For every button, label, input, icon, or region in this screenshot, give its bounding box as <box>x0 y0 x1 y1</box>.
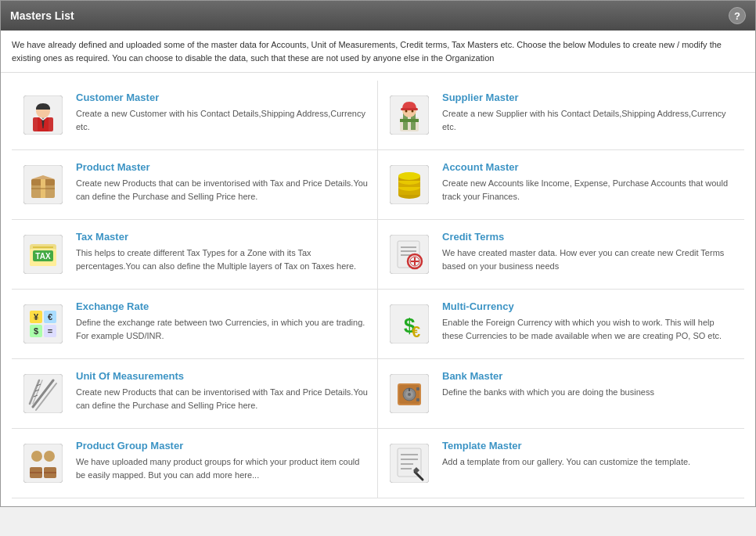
master-item-credit-terms[interactable]: Credit Terms We have created master data… <box>378 220 744 290</box>
unit-measurements-content: Unit Of Measurements Create new Products… <box>76 370 369 412</box>
supplier-master-icon <box>386 92 433 138</box>
account-master-content: Account Master Create new Accounts like … <box>442 161 736 203</box>
svg-text:$: $ <box>34 326 38 336</box>
account-master-icon <box>386 161 433 208</box>
customer-master-icon <box>20 92 67 138</box>
template-master-content: Template Master Add a template from our … <box>442 440 736 469</box>
master-item-supplier-master[interactable]: Supplier Master Create a new Supplier wi… <box>378 81 744 150</box>
svg-point-73 <box>31 451 42 462</box>
master-item-account-master[interactable]: Account Master Create new Accounts like … <box>378 150 744 220</box>
master-item-template-master[interactable]: Template Master Add a template from our … <box>378 429 744 498</box>
customer-master-content: Customer Master Create a new Customer wi… <box>76 92 369 133</box>
svg-rect-10 <box>400 119 419 122</box>
bank-master-content: Bank Master Define the banks with which … <box>442 370 736 399</box>
master-item-product-master[interactable]: Product Master Create new Products that … <box>12 150 378 220</box>
svg-text:=: = <box>48 326 52 336</box>
title-bar: Masters List ? <box>1 1 755 31</box>
unit-measurements-desc: Create new Products that can be inventor… <box>76 386 369 412</box>
window-title: Masters List <box>10 9 74 22</box>
supplier-master-desc: Create a new Supplier with his Contact D… <box>442 107 736 133</box>
exchange-rate-content: Exchange Rate Define the exchange rate b… <box>76 300 369 342</box>
multi-currency-title[interactable]: Multi-Currency <box>442 300 736 312</box>
svg-rect-43 <box>23 304 63 344</box>
product-master-title[interactable]: Product Master <box>76 161 369 173</box>
account-master-desc: Create new Accounts like Income, Expense… <box>442 177 736 203</box>
product-group-desc: We have uploaded many product groups for… <box>76 455 369 481</box>
multi-currency-icon: $ € <box>386 300 433 347</box>
master-item-customer-master[interactable]: Customer Master Create a new Customer wi… <box>12 81 378 150</box>
multi-currency-content: Multi-Currency Enable the Foreign Curren… <box>442 300 736 342</box>
credit-terms-icon <box>386 231 433 278</box>
svg-rect-80 <box>398 448 421 477</box>
customer-master-desc: Create a new Customer with his Contact D… <box>76 107 369 133</box>
product-group-title[interactable]: Product Group Master <box>76 440 369 451</box>
exchange-rate-icon: ¥ € $ = <box>20 300 67 347</box>
svg-rect-72 <box>23 444 63 483</box>
tax-master-content: Tax Master This helps to create differen… <box>76 231 369 272</box>
help-button[interactable]: ? <box>729 7 746 24</box>
credit-terms-title[interactable]: Credit Terms <box>442 231 736 243</box>
multi-currency-desc: Enable the Foreign Currency with which y… <box>442 316 736 342</box>
svg-point-74 <box>44 451 55 462</box>
exchange-rate-title[interactable]: Exchange Rate <box>76 300 369 312</box>
master-item-exchange-rate[interactable]: ¥ € $ = Exchange Rate Define the exchang… <box>12 290 378 359</box>
page-description: We have already defined and uploaded som… <box>1 31 755 73</box>
product-group-content: Product Group Master We have uploaded ma… <box>76 440 369 481</box>
master-item-bank-master[interactable]: Bank Master Define the banks with which … <box>378 359 744 429</box>
svg-point-14 <box>412 110 414 113</box>
master-item-product-group[interactable]: Product Group Master We have uploaded ma… <box>12 429 378 498</box>
product-group-icon <box>20 440 67 487</box>
tax-master-desc: This helps to create different Tax Types… <box>76 246 369 272</box>
svg-point-68 <box>408 393 411 396</box>
svg-text:¥: ¥ <box>34 312 39 322</box>
template-master-desc: Add a template from our gallery. You can… <box>442 455 736 469</box>
product-master-icon <box>20 161 67 208</box>
svg-rect-12 <box>401 108 418 110</box>
masters-grid-container: Customer Master Create a new Customer wi… <box>1 73 755 506</box>
template-master-icon <box>386 440 433 487</box>
bank-master-desc: Define the banks with which you are doin… <box>442 386 736 399</box>
account-master-title[interactable]: Account Master <box>442 161 736 173</box>
master-item-multi-currency[interactable]: $ € Multi-Currency Enable the Foreign Cu… <box>378 290 744 359</box>
svg-text:TAX: TAX <box>35 252 51 261</box>
product-master-content: Product Master Create new Products that … <box>76 161 369 203</box>
credit-terms-desc: We have created master data. How ever yo… <box>442 246 736 272</box>
supplier-master-title[interactable]: Supplier Master <box>442 92 736 103</box>
svg-point-27 <box>398 172 420 180</box>
svg-point-13 <box>405 110 408 113</box>
product-master-desc: Create new Products that can be inventor… <box>76 177 369 203</box>
svg-text:€: € <box>412 323 420 340</box>
master-item-tax-master[interactable]: TAX Tax Master This helps to create diff… <box>12 220 378 290</box>
exchange-rate-desc: Define the exchange rate between two Cur… <box>76 316 369 342</box>
credit-terms-content: Credit Terms We have created master data… <box>442 231 736 272</box>
master-item-unit-measurements[interactable]: Unit Of Measurements Create new Products… <box>12 359 378 429</box>
masters-list-window: Masters List ? We have already defined a… <box>0 0 756 507</box>
svg-rect-71 <box>416 398 419 401</box>
tax-master-title[interactable]: Tax Master <box>76 231 369 243</box>
masters-grid: Customer Master Create a new Customer wi… <box>12 81 744 498</box>
bank-master-icon <box>386 370 433 417</box>
bank-master-title[interactable]: Bank Master <box>442 370 736 382</box>
svg-rect-70 <box>416 387 419 390</box>
tax-master-icon: TAX <box>20 231 67 278</box>
unit-measurements-icon <box>20 370 67 417</box>
supplier-master-content: Supplier Master Create a new Supplier wi… <box>442 92 736 133</box>
svg-text:€: € <box>48 312 52 322</box>
template-master-title[interactable]: Template Master <box>442 440 736 451</box>
customer-master-title[interactable]: Customer Master <box>76 92 369 103</box>
unit-measurements-title[interactable]: Unit Of Measurements <box>76 370 369 382</box>
